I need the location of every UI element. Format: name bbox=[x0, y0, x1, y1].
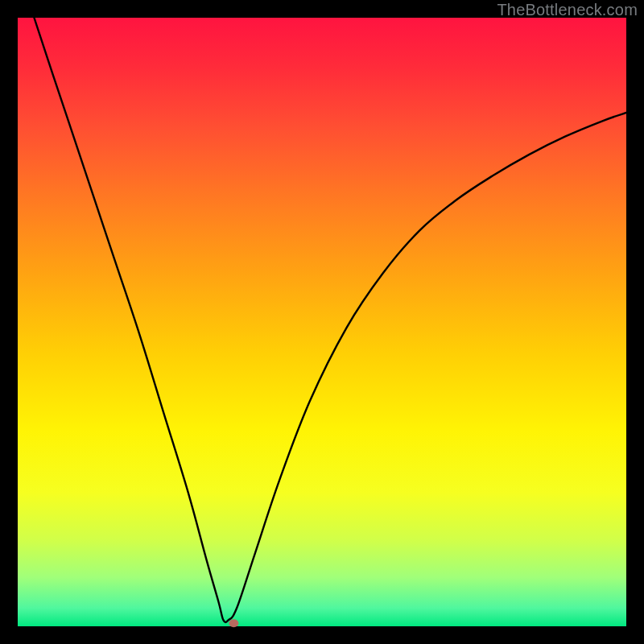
bottleneck-chart bbox=[0, 0, 644, 644]
plot-background bbox=[18, 18, 626, 626]
chart-container: TheBottleneck.com bbox=[0, 0, 644, 644]
watermark-label: TheBottleneck.com bbox=[497, 1, 638, 19]
optimal-point-marker bbox=[229, 619, 238, 627]
